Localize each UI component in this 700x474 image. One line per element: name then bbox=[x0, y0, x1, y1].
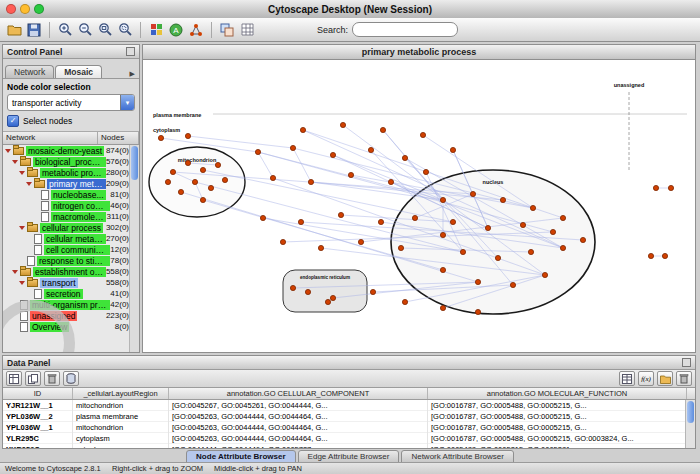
table-cell-id[interactable]: YLR295C bbox=[3, 433, 73, 444]
table-row[interactable]: YPL036W__2plasma membrane[GO:0045263, GO… bbox=[3, 411, 695, 422]
tree-item-label[interactable]: secretion bbox=[44, 289, 83, 299]
table-cell-mf[interactable]: [GO:0016787, GO:0005488, GO:0005215, G..… bbox=[428, 422, 687, 433]
save-session-icon[interactable] bbox=[24, 20, 44, 40]
tree-item-label[interactable]: cellular process bbox=[40, 223, 103, 233]
table-cell-mf[interactable]: [GO:0016787, GO:0005488, GO:0005215, G..… bbox=[428, 411, 687, 422]
float-panel-icon[interactable] bbox=[682, 358, 691, 367]
clear-table-icon[interactable] bbox=[676, 371, 692, 386]
vizmapper-icon[interactable] bbox=[146, 20, 166, 40]
tree-header-network[interactable]: Network bbox=[3, 132, 98, 144]
tree-row[interactable]: secretion41(0) bbox=[3, 288, 139, 299]
network-frame-title[interactable]: primary metabolic process bbox=[143, 45, 695, 60]
table-row[interactable]: YLR295Ccytoplasm[GO:0045263, GO:0044444,… bbox=[3, 433, 695, 444]
table-cell-cc[interactable]: [GO:0045263, GO:0044444, GO:0044464, G..… bbox=[169, 411, 428, 422]
zoom-in-icon[interactable] bbox=[55, 20, 75, 40]
tree-item-label[interactable]: establishment of lo... bbox=[33, 267, 106, 277]
column-header-cellular-component[interactable]: annotation.GO CELLULAR_COMPONENT bbox=[169, 388, 428, 399]
tree-item-label[interactable]: macromolecule... bbox=[51, 212, 106, 222]
tree-expand-icon[interactable] bbox=[19, 281, 25, 285]
attribute-table-icon[interactable] bbox=[619, 371, 635, 386]
select-nodes-checkbox[interactable]: ✓ bbox=[7, 115, 19, 127]
table-cell-cc[interactable]: [GO:0044444, GO:0044464, GO:0005737, ... bbox=[169, 444, 428, 449]
float-panel-icon[interactable] bbox=[126, 47, 135, 56]
annotation-icon[interactable]: A bbox=[166, 20, 186, 40]
tree-row[interactable]: cellular metabo...270(0) bbox=[3, 233, 139, 244]
node-color-dropdown[interactable]: transporter activity ▼ bbox=[7, 94, 135, 111]
table-cell-mf[interactable]: [GO:0016787, GO:0005488, GO:0005215, GO:… bbox=[428, 433, 687, 444]
tree-expand-icon[interactable] bbox=[5, 149, 11, 153]
tree-item-label[interactable]: nitrogen compo... bbox=[51, 201, 110, 211]
tree-expand-icon[interactable] bbox=[19, 171, 25, 175]
tree-row[interactable]: cellular process302(0) bbox=[3, 222, 139, 233]
table-cell-mf[interactable]: [GO:0005488, GO:0005215, GO:0005381, ... bbox=[428, 444, 687, 449]
table-cell-region[interactable]: cytoplasm bbox=[73, 433, 169, 444]
table-cell-region[interactable]: mitochondrion bbox=[73, 400, 169, 411]
tree-row[interactable]: cell communica...12(0) bbox=[3, 244, 139, 255]
tree-expand-icon[interactable] bbox=[19, 226, 25, 230]
tree-item-label[interactable]: cell communica... bbox=[44, 245, 110, 255]
tree-item-label[interactable]: metabolic process bbox=[40, 168, 106, 178]
function-builder-icon[interactable]: f(x) bbox=[638, 371, 654, 386]
tree-item-node-count: 81(0) bbox=[110, 190, 129, 199]
table-cell-region[interactable]: plasma membrane bbox=[73, 411, 169, 422]
layout-icon[interactable] bbox=[186, 20, 206, 40]
zoom-fit-icon[interactable] bbox=[95, 20, 115, 40]
tab-network[interactable]: Network bbox=[5, 65, 54, 78]
tab-scroll-right-icon[interactable]: ▶ bbox=[128, 70, 137, 78]
table-cell-cc[interactable]: [GO:0045263, GO:0044444, GO:0044464, G..… bbox=[169, 422, 428, 433]
tree-row[interactable]: primary metab...209(0) bbox=[3, 178, 139, 189]
create-attribute-icon[interactable] bbox=[25, 371, 41, 386]
tree-header-nodes[interactable]: Nodes bbox=[98, 132, 139, 144]
delete-attribute-icon[interactable] bbox=[44, 371, 60, 386]
tree-item-label[interactable]: biological_process bbox=[33, 157, 106, 167]
table-cell-cc[interactable]: [GO:0045267, GO:0045261, GO:0044444, G..… bbox=[169, 400, 428, 411]
table-cell-id[interactable]: YPL036W__1 bbox=[3, 422, 73, 433]
tree-row[interactable]: nucleobase...81(0) bbox=[3, 189, 139, 200]
tree-row[interactable]: nitrogen compo...46(0) bbox=[3, 200, 139, 211]
table-cell-id[interactable]: YJR121W__1 bbox=[3, 400, 73, 411]
tree-item-label[interactable]: transport bbox=[40, 278, 78, 288]
table-scrollbar[interactable] bbox=[685, 400, 695, 448]
tree-item-label[interactable]: cellular metabo... bbox=[44, 234, 106, 244]
select-attributes-icon[interactable] bbox=[6, 371, 22, 386]
column-header-region[interactable]: _cellularLayoutRegion bbox=[73, 388, 169, 399]
tree-item-label[interactable]: nucleobase... bbox=[51, 190, 106, 200]
column-header-molecular-function[interactable]: annotation.GO MOLECULAR_FUNCTION bbox=[428, 388, 687, 399]
network-overlay-icon[interactable] bbox=[217, 20, 237, 40]
chevron-down-icon[interactable]: ▼ bbox=[120, 95, 134, 110]
tree-expand-icon[interactable] bbox=[12, 270, 18, 274]
table-row[interactable]: YKR052Ccytoplasm[GO:0044444, GO:0044464,… bbox=[3, 444, 695, 448]
network-graph[interactable]: plasma membranecytoplasmmitochondrionnuc… bbox=[143, 60, 695, 354]
tree-item-label[interactable]: mosaic-demo-yeast bbox=[26, 146, 104, 156]
import-attributes-icon[interactable] bbox=[63, 371, 79, 386]
tab-mosaic[interactable]: Mosaic bbox=[55, 65, 102, 78]
column-header-id[interactable]: ID bbox=[3, 388, 73, 399]
table-row[interactable]: YJR121W__1mitochondrion[GO:0045267, GO:0… bbox=[3, 400, 695, 411]
zoom-out-icon[interactable] bbox=[75, 20, 95, 40]
table-row[interactable]: YPL036W__1mitochondrion[GO:0045263, GO:0… bbox=[3, 422, 695, 433]
table-cell-region[interactable]: mitochondrion bbox=[73, 422, 169, 433]
tree-scrollbar[interactable] bbox=[129, 145, 139, 352]
table-cell-id[interactable]: YKR052C bbox=[3, 444, 73, 449]
tree-expand-icon[interactable] bbox=[26, 182, 32, 186]
open-attribute-file-icon[interactable] bbox=[657, 371, 673, 386]
tree-row[interactable]: response to stimul...78(0) bbox=[3, 255, 139, 266]
tree-row[interactable]: macromolecule...311(0) bbox=[3, 211, 139, 222]
tree-row[interactable]: mosaic-demo-yeast874(0) bbox=[3, 145, 139, 156]
table-cell-mf[interactable]: [GO:0016787, GO:0005488, GO:0005215, G..… bbox=[428, 400, 687, 411]
open-session-icon[interactable] bbox=[4, 20, 24, 40]
search-input[interactable] bbox=[352, 22, 458, 37]
tree-row[interactable]: transport558(0) bbox=[3, 277, 139, 288]
tree-row[interactable]: establishment of lo...558(0) bbox=[3, 266, 139, 277]
tree-row[interactable]: biological_process576(0) bbox=[3, 156, 139, 167]
tree-expand-icon[interactable] bbox=[12, 160, 18, 164]
tree-row[interactable]: metabolic process280(0) bbox=[3, 167, 139, 178]
zoom-selected-icon[interactable] bbox=[115, 20, 135, 40]
grid-icon[interactable] bbox=[237, 20, 257, 40]
table-cell-region[interactable]: cytoplasm bbox=[73, 444, 169, 449]
tree-item-label[interactable]: response to stimul... bbox=[37, 256, 110, 266]
table-cell-cc[interactable]: [GO:0045263, GO:0044444, GO:0044464, G..… bbox=[169, 433, 428, 444]
network-canvas[interactable]: plasma membranecytoplasmmitochondrionnuc… bbox=[143, 60, 695, 352]
tree-item-label[interactable]: primary metab... bbox=[47, 179, 106, 189]
table-cell-id[interactable]: YPL036W__2 bbox=[3, 411, 73, 422]
